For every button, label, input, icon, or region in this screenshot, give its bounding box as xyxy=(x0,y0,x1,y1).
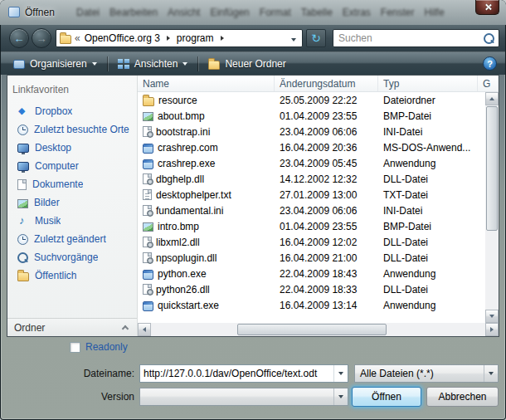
sidebar-item[interactable]: Suchvorgänge xyxy=(7,248,137,266)
readonly-checkbox[interactable] xyxy=(70,342,80,353)
sidebar-item[interactable]: Musik xyxy=(7,212,137,230)
breadcrumb-item[interactable]: program xyxy=(177,32,231,44)
navigation-bar: ← → « OpenOffice.org 3 program xyxy=(1,25,505,51)
search-box xyxy=(333,29,499,47)
background-menu-item: Fenster xyxy=(381,7,415,18)
forward-button[interactable]: → xyxy=(32,28,51,48)
filename-dropdown-button[interactable] xyxy=(333,365,348,382)
breadcrumb[interactable]: « OpenOffice.org 3 program xyxy=(56,29,303,47)
vertical-scrollbar[interactable] xyxy=(485,92,499,323)
sidebar-item[interactable]: Bilder xyxy=(7,193,137,212)
file-row[interactable]: npsoplugin.dll 16.04.2009 21:00 DLL-Date… xyxy=(138,250,485,266)
file-row[interactable]: dbghelp.dll 14.12.2002 12:32 DLL-Datei xyxy=(138,171,485,187)
filename-combobox[interactable] xyxy=(139,364,348,383)
forward-arrow-icon: → xyxy=(36,32,47,45)
chevron-down-icon xyxy=(489,372,494,375)
column-header[interactable]: Änderungsdatum xyxy=(275,76,378,91)
views-button[interactable]: Ansichten xyxy=(110,54,196,74)
file-type-icon xyxy=(143,270,153,280)
column-header[interactable]: Typ xyxy=(378,76,478,91)
file-type-icon xyxy=(143,144,153,154)
file-row[interactable]: libxml2.dll 16.04.2009 12:02 DLL-Datei xyxy=(138,234,485,250)
file-row[interactable]: bootstrap.ini 23.04.2009 06:06 INI-Datei xyxy=(138,124,485,139)
sidebar-item-icon xyxy=(17,234,28,245)
arrow-left-icon xyxy=(143,327,146,332)
file-row[interactable]: fundamental.ini 23.04.2009 06:06 INI-Dat… xyxy=(138,203,485,218)
file-row[interactable]: quickstart.exe 16.04.2009 13:14 Anwendun… xyxy=(138,297,485,313)
favorites-header: Linkfavoriten xyxy=(7,76,137,102)
file-type-icon xyxy=(143,205,152,216)
file-type-icon xyxy=(143,97,154,106)
sidebar-item-icon xyxy=(17,162,29,171)
arrow-down-icon xyxy=(489,315,494,318)
chevron-down-icon xyxy=(338,395,343,398)
filename-input[interactable] xyxy=(140,365,333,382)
sidebar-item[interactable]: Öffentlich xyxy=(7,266,137,285)
window-title: Öffnen xyxy=(25,7,55,18)
background-app-menu: DateiBearbeitenAnsichtEinfügenFormatTabe… xyxy=(76,7,470,18)
sidebar-item[interactable]: Desktop xyxy=(7,139,137,157)
sidebar-item[interactable]: Zuletzt geändert xyxy=(7,230,137,248)
background-menu-item: Hilfe xyxy=(425,7,445,18)
scroll-left-button[interactable] xyxy=(138,323,151,336)
file-type-icon xyxy=(143,222,153,232)
search-input[interactable] xyxy=(333,32,484,44)
file-row[interactable]: intro.bmp 01.04.2009 23:55 BMP-Datei xyxy=(138,218,485,234)
file-row[interactable]: resource 25.05.2009 22:22 Dateiordner xyxy=(138,92,485,108)
horizontal-scrollbar[interactable] xyxy=(138,323,499,336)
cancel-button[interactable]: Abbrechen xyxy=(426,387,499,407)
organize-icon xyxy=(13,60,25,69)
file-type-icon xyxy=(143,126,152,137)
background-menu-item: Ansicht xyxy=(168,7,200,18)
file-row[interactable]: python.exe 22.04.2009 18:43 Anwendung xyxy=(138,266,485,281)
breadcrumb-overflow-chevron[interactable]: « xyxy=(75,32,80,44)
file-row[interactable]: about.bmp 01.04.2009 23:55 BMP-Datei xyxy=(138,108,485,124)
scroll-right-button[interactable] xyxy=(485,323,499,336)
filetype-select[interactable]: Alle Dateien (*.*) xyxy=(354,364,499,383)
readonly-label[interactable]: Readonly xyxy=(85,341,128,353)
address-dropdown-button[interactable] xyxy=(289,32,299,44)
filetype-dropdown-button[interactable] xyxy=(484,365,498,382)
file-row[interactable]: python26.dll 22.04.2009 18:33 DLL-Datei xyxy=(138,281,485,297)
main-panel: Linkfavoriten Dropbox Zuletzt besuchte O… xyxy=(7,75,499,337)
sidebar-item[interactable]: Dokumente xyxy=(7,175,137,193)
close-button[interactable] xyxy=(475,0,499,15)
horizontal-scrollbar-thumb[interactable] xyxy=(237,324,387,335)
breadcrumb-separator-icon[interactable] xyxy=(167,36,170,41)
search-icon[interactable] xyxy=(484,33,494,44)
help-button[interactable]: ? xyxy=(483,56,497,71)
views-icon xyxy=(118,58,129,69)
vertical-scrollbar-thumb[interactable] xyxy=(486,106,498,231)
version-select[interactable] xyxy=(139,388,348,406)
back-arrow-icon: ← xyxy=(14,32,25,45)
back-button[interactable]: ← xyxy=(9,28,29,48)
open-button[interactable]: Öffnen xyxy=(352,387,421,407)
refresh-button[interactable]: ↻ xyxy=(306,29,326,47)
toolbar-separator xyxy=(107,56,108,71)
sidebar-item[interactable]: Zuletzt besuchte Orte xyxy=(7,120,137,139)
version-dropdown-button[interactable] xyxy=(333,388,348,405)
file-row[interactable]: desktophelper.txt 27.01.2009 13:00 TXT-D… xyxy=(138,187,485,203)
sidebar-item-icon xyxy=(17,272,29,281)
sidebar-item[interactable]: Computer xyxy=(7,157,137,175)
sidebar-item-icon xyxy=(17,144,29,153)
file-type-icon xyxy=(143,301,153,311)
background-menu-item: Bearbeiten xyxy=(109,7,158,18)
titlebar[interactable]: Öffnen DateiBearbeitenAnsichtEinfügenFor… xyxy=(0,0,506,25)
sidebar: Linkfavoriten Dropbox Zuletzt besuchte O… xyxy=(7,76,138,336)
organize-button[interactable]: Organisieren xyxy=(6,54,105,74)
breadcrumb-item[interactable]: OpenOffice.org 3 xyxy=(85,32,177,44)
file-row[interactable]: crashrep.com 16.04.2009 20:36 MS-DOS-Anw… xyxy=(138,139,485,155)
scroll-up-button[interactable] xyxy=(485,92,499,105)
readonly-row: Readonly xyxy=(70,341,128,353)
chevron-up-icon xyxy=(122,325,129,332)
file-rows: resource 25.05.2009 22:22 Dateiordner ab… xyxy=(138,92,485,323)
sidebar-item[interactable]: Dropbox xyxy=(7,102,137,120)
folders-expander[interactable]: Ordner xyxy=(7,318,137,336)
breadcrumb-separator-icon[interactable] xyxy=(221,36,224,41)
new-folder-button[interactable]: Neuer Ordner xyxy=(201,54,293,74)
scroll-down-button[interactable] xyxy=(485,310,499,323)
column-header[interactable]: G xyxy=(478,76,499,91)
column-header[interactable]: Name xyxy=(138,76,275,91)
file-row[interactable]: crashrep.exe 23.04.2009 05:45 Anwendung xyxy=(138,155,485,171)
